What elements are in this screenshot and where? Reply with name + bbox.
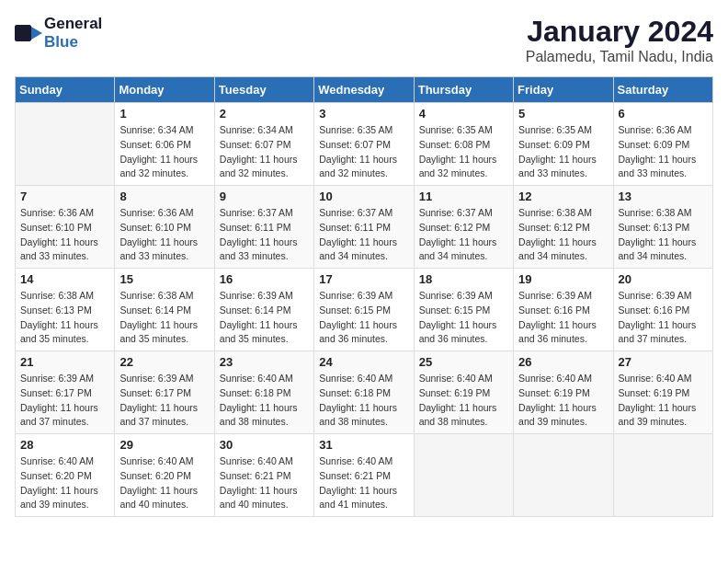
day-number: 25	[419, 355, 508, 369]
calendar-cell: 1Sunrise: 6:34 AMSunset: 6:06 PMDaylight…	[115, 103, 214, 186]
cell-content: Sunrise: 6:39 AMSunset: 6:16 PMDaylight:…	[619, 289, 708, 347]
cell-content: Sunrise: 6:37 AMSunset: 6:12 PMDaylight:…	[419, 206, 508, 264]
day-number: 3	[319, 107, 408, 121]
calendar-cell: 25Sunrise: 6:40 AMSunset: 6:19 PMDayligh…	[414, 351, 513, 434]
day-number: 24	[319, 355, 408, 369]
calendar-cell: 13Sunrise: 6:38 AMSunset: 6:13 PMDayligh…	[613, 186, 712, 269]
cell-content: Sunrise: 6:38 AMSunset: 6:12 PMDaylight:…	[518, 206, 608, 264]
day-number: 21	[20, 355, 109, 369]
calendar-cell: 8Sunrise: 6:36 AMSunset: 6:10 PMDaylight…	[115, 186, 214, 269]
day-number: 4	[419, 107, 508, 121]
calendar-cell	[414, 434, 513, 517]
calendar-cell: 5Sunrise: 6:35 AMSunset: 6:09 PMDaylight…	[514, 103, 613, 186]
day-number: 15	[119, 272, 209, 286]
calendar-cell: 26Sunrise: 6:40 AMSunset: 6:19 PMDayligh…	[514, 351, 613, 434]
cell-content: Sunrise: 6:39 AMSunset: 6:15 PMDaylight:…	[419, 289, 508, 347]
calendar-cell: 16Sunrise: 6:39 AMSunset: 6:14 PMDayligh…	[214, 269, 313, 351]
calendar-cell: 9Sunrise: 6:37 AMSunset: 6:11 PMDaylight…	[214, 186, 313, 269]
calendar-cell: 31Sunrise: 6:40 AMSunset: 6:21 PMDayligh…	[314, 434, 414, 517]
cell-content: Sunrise: 6:36 AMSunset: 6:10 PMDaylight:…	[119, 206, 209, 264]
day-number: 28	[20, 438, 109, 452]
day-number: 16	[220, 272, 309, 286]
header-thursday: Thursday	[414, 77, 513, 103]
logo-general: General	[44, 15, 102, 32]
day-number: 19	[518, 272, 608, 286]
calendar-cell: 15Sunrise: 6:38 AMSunset: 6:14 PMDayligh…	[115, 269, 214, 351]
day-number: 26	[518, 355, 608, 369]
header-monday: Monday	[115, 77, 214, 103]
calendar-cell: 23Sunrise: 6:40 AMSunset: 6:18 PMDayligh…	[214, 351, 313, 434]
cell-content: Sunrise: 6:38 AMSunset: 6:14 PMDaylight:…	[119, 289, 209, 347]
cell-content: Sunrise: 6:39 AMSunset: 6:17 PMDaylight:…	[20, 372, 109, 430]
calendar-cell: 21Sunrise: 6:39 AMSunset: 6:17 PMDayligh…	[16, 351, 115, 434]
cell-content: Sunrise: 6:40 AMSunset: 6:19 PMDaylight:…	[619, 372, 708, 430]
cell-content: Sunrise: 6:36 AMSunset: 6:09 PMDaylight:…	[619, 123, 708, 181]
logo: General Blue	[15, 15, 102, 52]
day-number: 13	[619, 190, 708, 203]
cell-content: Sunrise: 6:40 AMSunset: 6:20 PMDaylight:…	[119, 454, 209, 512]
day-number: 1	[119, 107, 209, 121]
cell-content: Sunrise: 6:39 AMSunset: 6:15 PMDaylight:…	[319, 289, 408, 347]
calendar-cell: 19Sunrise: 6:39 AMSunset: 6:16 PMDayligh…	[514, 269, 613, 351]
cell-content: Sunrise: 6:39 AMSunset: 6:17 PMDaylight:…	[119, 372, 209, 430]
day-number: 8	[119, 190, 209, 203]
calendar-cell: 6Sunrise: 6:36 AMSunset: 6:09 PMDaylight…	[613, 103, 712, 186]
calendar-cell: 3Sunrise: 6:35 AMSunset: 6:07 PMDaylight…	[314, 103, 414, 186]
cell-content: Sunrise: 6:40 AMSunset: 6:21 PMDaylight:…	[319, 454, 408, 512]
day-number: 27	[619, 355, 708, 369]
cell-content: Sunrise: 6:40 AMSunset: 6:20 PMDaylight:…	[20, 454, 109, 512]
day-number: 5	[518, 107, 608, 121]
calendar-cell	[16, 103, 115, 186]
cell-content: Sunrise: 6:36 AMSunset: 6:10 PMDaylight:…	[20, 206, 109, 264]
cell-content: Sunrise: 6:34 AMSunset: 6:07 PMDaylight:…	[220, 123, 309, 181]
calendar-cell: 29Sunrise: 6:40 AMSunset: 6:20 PMDayligh…	[115, 434, 214, 517]
cell-content: Sunrise: 6:37 AMSunset: 6:11 PMDaylight:…	[220, 206, 309, 264]
calendar-cell	[613, 434, 712, 517]
calendar-cell: 22Sunrise: 6:39 AMSunset: 6:17 PMDayligh…	[115, 351, 214, 434]
cell-content: Sunrise: 6:39 AMSunset: 6:16 PMDaylight:…	[518, 289, 608, 347]
cell-content: Sunrise: 6:40 AMSunset: 6:19 PMDaylight:…	[518, 372, 608, 430]
logo-blue: Blue	[44, 33, 78, 51]
day-number: 7	[20, 190, 109, 203]
calendar-cell: 18Sunrise: 6:39 AMSunset: 6:15 PMDayligh…	[414, 269, 513, 351]
week-row-3: 14Sunrise: 6:38 AMSunset: 6:13 PMDayligh…	[16, 269, 713, 351]
calendar-cell: 10Sunrise: 6:37 AMSunset: 6:11 PMDayligh…	[314, 186, 414, 269]
header-sunday: Sunday	[16, 77, 115, 103]
cell-content: Sunrise: 6:34 AMSunset: 6:06 PMDaylight:…	[119, 123, 209, 181]
header-friday: Friday	[514, 77, 613, 103]
day-number: 9	[220, 190, 309, 203]
cell-content: Sunrise: 6:40 AMSunset: 6:18 PMDaylight:…	[220, 372, 309, 430]
calendar-cell: 30Sunrise: 6:40 AMSunset: 6:21 PMDayligh…	[214, 434, 313, 517]
day-number: 29	[119, 438, 209, 452]
header-tuesday: Tuesday	[214, 77, 313, 103]
day-number: 31	[319, 438, 408, 452]
calendar-cell: 28Sunrise: 6:40 AMSunset: 6:20 PMDayligh…	[16, 434, 115, 517]
calendar-cell: 4Sunrise: 6:35 AMSunset: 6:08 PMDaylight…	[414, 103, 513, 186]
cell-content: Sunrise: 6:40 AMSunset: 6:21 PMDaylight:…	[220, 454, 309, 512]
calendar-cell: 14Sunrise: 6:38 AMSunset: 6:13 PMDayligh…	[16, 269, 115, 351]
calendar-table: SundayMondayTuesdayWednesdayThursdayFrid…	[15, 76, 713, 517]
day-number: 18	[419, 272, 508, 286]
day-number: 11	[419, 190, 508, 203]
header-wednesday: Wednesday	[314, 77, 414, 103]
day-number: 30	[220, 438, 309, 452]
cell-content: Sunrise: 6:40 AMSunset: 6:19 PMDaylight:…	[419, 372, 508, 430]
page-header: General Blue January 2024 Palamedu, Tami…	[15, 15, 713, 65]
svg-marker-1	[31, 27, 42, 40]
calendar-cell: 2Sunrise: 6:34 AMSunset: 6:07 PMDaylight…	[214, 103, 313, 186]
cell-content: Sunrise: 6:35 AMSunset: 6:09 PMDaylight:…	[518, 123, 608, 181]
calendar-header-row: SundayMondayTuesdayWednesdayThursdayFrid…	[16, 77, 713, 103]
day-number: 14	[20, 272, 109, 286]
cell-content: Sunrise: 6:35 AMSunset: 6:08 PMDaylight:…	[419, 123, 508, 181]
cell-content: Sunrise: 6:38 AMSunset: 6:13 PMDaylight:…	[20, 289, 109, 347]
calendar-cell: 17Sunrise: 6:39 AMSunset: 6:15 PMDayligh…	[314, 269, 414, 351]
logo-icon	[15, 23, 42, 43]
day-number: 2	[220, 107, 309, 121]
day-number: 10	[319, 190, 408, 203]
calendar-cell: 20Sunrise: 6:39 AMSunset: 6:16 PMDayligh…	[613, 269, 712, 351]
page-title: January 2024	[526, 15, 713, 49]
svg-rect-0	[15, 25, 31, 41]
cell-content: Sunrise: 6:35 AMSunset: 6:07 PMDaylight:…	[319, 123, 408, 181]
week-row-1: 1Sunrise: 6:34 AMSunset: 6:06 PMDaylight…	[16, 103, 713, 186]
day-number: 12	[518, 190, 608, 203]
